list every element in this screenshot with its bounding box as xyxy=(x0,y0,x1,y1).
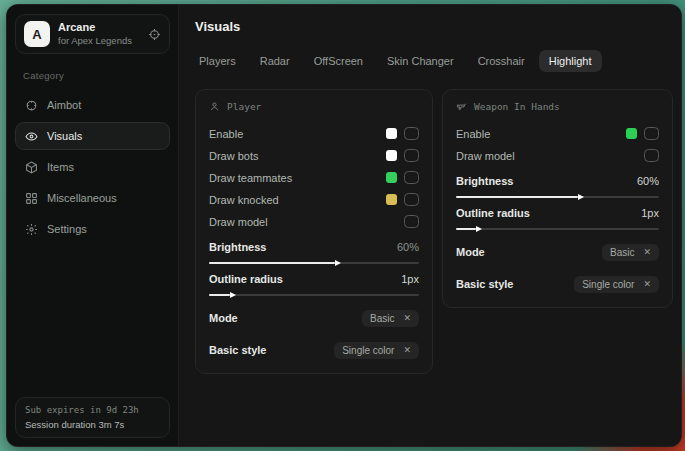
checkbox[interactable] xyxy=(404,193,419,206)
tag-label: Basic xyxy=(370,313,394,324)
slider-label: Outline radius xyxy=(209,273,283,285)
tag-label: Basic xyxy=(610,247,634,258)
outline-radius-slider-block: Outline radius 1px xyxy=(456,207,659,230)
sub-expiry-text: Sub expires in 9d 23h xyxy=(25,405,160,415)
session-duration-text: Session duration 3m 7s xyxy=(25,419,160,430)
sidebar-item-label: Visuals xyxy=(47,130,82,142)
tag-label: Single color xyxy=(582,279,634,290)
weapon-icon xyxy=(456,101,467,112)
toggle-row-draw-knocked: Draw knocked xyxy=(209,189,419,210)
toggle-row-draw-teammates: Draw teammates xyxy=(209,167,419,188)
sidebar-item-label: Items xyxy=(47,161,74,173)
remove-icon[interactable]: ✕ xyxy=(403,345,411,355)
mode-select-row: Mode Basic ✕ xyxy=(456,242,659,262)
sidebar-item-items[interactable]: Items xyxy=(15,153,170,181)
select-label: Mode xyxy=(209,312,238,324)
sidebar-nav: Aimbot Visuals Items xyxy=(15,91,170,243)
basic-style-select-row: Basic style Single color ✕ xyxy=(209,340,419,360)
toggle-row-draw-bots: Draw bots xyxy=(209,145,419,166)
basic-style-tag[interactable]: Single color ✕ xyxy=(574,276,659,293)
mode-tag[interactable]: Basic ✕ xyxy=(602,244,659,261)
box-icon xyxy=(25,161,38,174)
toggle-row-enable: Enable xyxy=(209,123,419,144)
app-window: A Arcane for Apex Legends Category xyxy=(6,4,682,447)
basic-style-tag[interactable]: Single color ✕ xyxy=(334,342,419,359)
brightness-slider-block: Brightness 60% xyxy=(209,241,419,264)
row-label: Draw teammates xyxy=(209,172,292,184)
checkbox[interactable] xyxy=(404,215,419,228)
tab-bar: Players Radar OffScreen Skin Changer Cro… xyxy=(189,50,673,72)
checkbox[interactable] xyxy=(644,127,659,140)
color-swatch[interactable] xyxy=(386,150,397,161)
toggle-row-draw-model: Draw model xyxy=(456,145,659,166)
sidebar-item-miscellaneous[interactable]: Miscellaneous xyxy=(15,184,170,212)
brightness-slider-block: Brightness 60% xyxy=(456,175,659,198)
slider-value: 1px xyxy=(401,273,419,285)
tab-skin-changer[interactable]: Skin Changer xyxy=(377,50,464,72)
row-label: Draw knocked xyxy=(209,194,279,206)
tab-highlight[interactable]: Highlight xyxy=(539,50,602,72)
session-info-card: Sub expires in 9d 23h Session duration 3… xyxy=(15,397,170,438)
grid-icon xyxy=(25,192,38,205)
tab-crosshair[interactable]: Crosshair xyxy=(468,50,535,72)
select-label: Basic style xyxy=(456,278,513,290)
select-label: Mode xyxy=(456,246,485,258)
slider-value: 1px xyxy=(641,207,659,219)
basic-style-select-row: Basic style Single color ✕ xyxy=(456,274,659,294)
toggle-row-enable: Enable xyxy=(456,123,659,144)
crosshair-icon xyxy=(25,99,38,112)
app-logo: A xyxy=(24,21,50,47)
remove-icon[interactable]: ✕ xyxy=(643,279,651,289)
row-label: Enable xyxy=(456,128,490,140)
sidebar-item-visuals[interactable]: Visuals xyxy=(15,122,170,150)
slider-value: 60% xyxy=(397,241,419,253)
panel-title: Player xyxy=(227,101,261,112)
checkbox[interactable] xyxy=(404,171,419,184)
sidebar-item-label: Aimbot xyxy=(47,99,81,111)
color-swatch[interactable] xyxy=(626,128,637,139)
sidebar-item-label: Settings xyxy=(47,223,87,235)
row-label: Draw model xyxy=(209,216,268,228)
row-label: Draw model xyxy=(456,150,515,162)
player-panel: Player Enable Draw bots xyxy=(195,89,433,374)
outline-radius-slider-block: Outline radius 1px xyxy=(209,273,419,296)
color-swatch[interactable] xyxy=(386,128,397,139)
gear-icon xyxy=(25,223,38,236)
weapon-in-hands-panel: Weapon In Hands Enable Draw model xyxy=(442,89,673,308)
checkbox[interactable] xyxy=(404,127,419,140)
slider-label: Brightness xyxy=(209,241,266,253)
mode-select-row: Mode Basic ✕ xyxy=(209,308,419,328)
slider-label: Brightness xyxy=(456,175,513,187)
row-label: Enable xyxy=(209,128,243,140)
toggle-row-draw-model: Draw model xyxy=(209,211,419,232)
color-swatch[interactable] xyxy=(386,172,397,183)
panel-title: Weapon In Hands xyxy=(474,101,560,112)
tab-offscreen[interactable]: OffScreen xyxy=(304,50,373,72)
tab-players[interactable]: Players xyxy=(189,50,246,72)
page-title: Visuals xyxy=(195,19,673,34)
app-subtitle: for Apex Legends xyxy=(58,35,140,47)
app-name: Arcane xyxy=(58,21,140,35)
slider-label: Outline radius xyxy=(456,207,530,219)
checkbox[interactable] xyxy=(644,149,659,162)
brightness-slider[interactable] xyxy=(456,196,659,198)
tab-radar[interactable]: Radar xyxy=(250,50,300,72)
checkbox[interactable] xyxy=(404,149,419,162)
color-swatch[interactable] xyxy=(386,194,397,205)
sidebar-item-settings[interactable]: Settings xyxy=(15,215,170,243)
sidebar-item-aimbot[interactable]: Aimbot xyxy=(15,91,170,119)
remove-icon[interactable]: ✕ xyxy=(643,247,651,257)
sidebar-item-label: Miscellaneous xyxy=(47,192,117,204)
slider-value: 60% xyxy=(637,175,659,187)
tag-label: Single color xyxy=(342,345,394,356)
category-label: Category xyxy=(23,70,170,81)
brightness-slider[interactable] xyxy=(209,262,419,264)
mode-tag[interactable]: Basic ✕ xyxy=(362,310,419,327)
outline-radius-slider[interactable] xyxy=(209,294,419,296)
remove-icon[interactable]: ✕ xyxy=(403,313,411,323)
select-label: Basic style xyxy=(209,344,266,356)
eye-icon xyxy=(25,130,38,143)
target-icon[interactable] xyxy=(148,28,161,41)
brand-card: A Arcane for Apex Legends xyxy=(15,14,170,54)
outline-radius-slider[interactable] xyxy=(456,228,659,230)
